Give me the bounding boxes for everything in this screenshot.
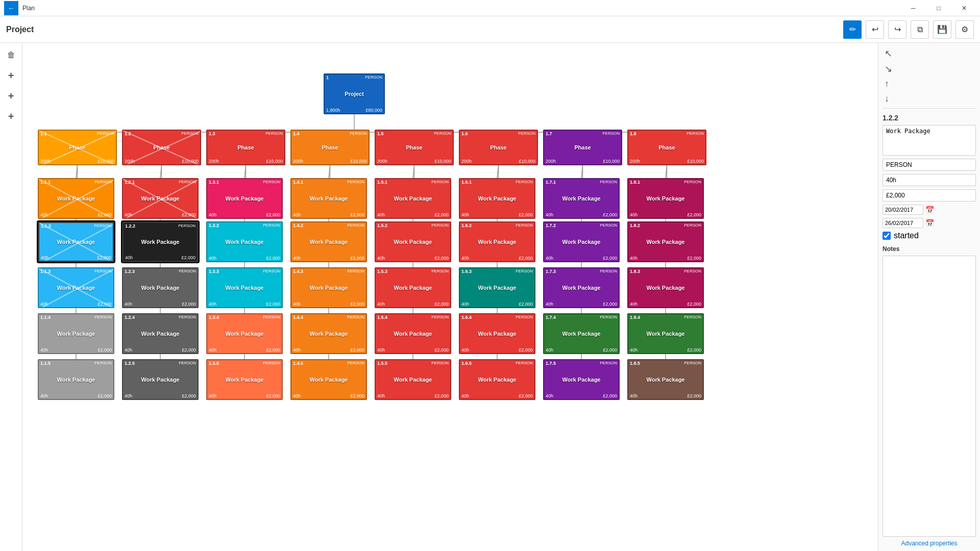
settings-button[interactable]: ⚙: [955, 20, 974, 39]
wbs-node-1-5-3[interactable]: 1.5.3PERSONWork Package40h£2,000: [375, 267, 451, 308]
node-cost-label: £10,000: [603, 159, 620, 164]
node-person-label: PERSON: [347, 315, 364, 320]
minimize-button[interactable]: ─: [901, 0, 925, 16]
wbs-node-1-5-2[interactable]: 1.5.2PERSONWork Package40h£2,000: [375, 221, 451, 262]
wbs-node-1-8-1[interactable]: 1.8.1PERSONWork Package40h£2,000: [627, 178, 704, 219]
start-date-input[interactable]: [883, 205, 923, 215]
node-id-label: 1.7.2: [546, 223, 556, 228]
start-date-calendar-icon[interactable]: 📅: [925, 206, 934, 214]
arrow-down-button[interactable]: ↓: [883, 92, 976, 105]
undo-button[interactable]: ↩: [866, 20, 884, 39]
wbs-node-1-5[interactable]: 1.5PERSONPhase200h£10,000: [375, 130, 454, 165]
cost-field[interactable]: [883, 189, 976, 202]
wbs-node-1-2-3[interactable]: 1.2.3PERSONWork Package40h£2,000: [122, 267, 199, 308]
wbs-node-1-4-3[interactable]: 1.4.3PERSONWork Package40h£2,000: [290, 267, 367, 308]
wbs-node-1-6-1[interactable]: 1.6.1PERSONWork Package40h£2,000: [459, 178, 535, 219]
node-title-label: Work Package: [460, 366, 534, 393]
wbs-node-1-7-1[interactable]: 1.7.1PERSONWork Package40h£2,000: [543, 178, 620, 219]
node-hours-label: 40h: [461, 393, 469, 398]
node-cost-label: £10,000: [97, 159, 114, 164]
node-hours-label: 40h: [293, 347, 301, 353]
wbs-node-1-1-1[interactable]: 1.1.1PERSONWork Package40h£2,000: [38, 178, 114, 219]
end-date-input[interactable]: [883, 218, 923, 228]
node-hours-label: 40h: [40, 347, 48, 353]
arrow-up-button[interactable]: ↑: [883, 78, 976, 90]
end-date-calendar-icon[interactable]: 📅: [925, 219, 934, 227]
wbs-node-1-2-2[interactable]: 1.2.2PERSONWork Package40h£2,000: [122, 221, 199, 262]
node-person-label: PERSON: [347, 180, 364, 185]
node-cost-label: £10,000: [266, 159, 283, 164]
add-vertical-icon[interactable]: +: [3, 88, 19, 104]
wbs-node-1-1-3[interactable]: 1.1.3PERSONWork Package40h£2,000: [38, 267, 114, 308]
wbs-node-1-5-5[interactable]: 1.5.5PERSONWork Package40h£2,000: [375, 359, 451, 400]
wbs-node-1-2-1[interactable]: 1.2.1PERSONWork Package40h£2,000: [122, 178, 199, 219]
wbs-node-1-3-5[interactable]: 1.3.5PERSONWork Package40h£2,000: [206, 359, 283, 400]
add-horizontal-icon[interactable]: +: [3, 67, 19, 84]
wbs-node-1-7-3[interactable]: 1.7.3PERSONWork Package40h£2,000: [543, 267, 620, 308]
node-id-label: 1.2.3: [125, 269, 135, 274]
wbs-node-1-4-4[interactable]: 1.4.4PERSONWork Package40h£2,000: [290, 313, 367, 354]
wbs-node-1-4[interactable]: 1.4PERSONPhase200h£10,000: [290, 130, 370, 165]
wbs-node-1-8-5[interactable]: 1.8.5PERSONWork Package40h£2,000: [627, 359, 704, 400]
wbs-node-1-2[interactable]: 1.2PERSONPhase200h£10,000: [122, 130, 201, 165]
wbs-node-1-4-1[interactable]: 1.4.1PERSONWork Package40h£2,000: [290, 178, 367, 219]
wbs-node-1-6-3[interactable]: 1.6.3PERSONWork Package40h£2,000: [459, 267, 535, 308]
node-cost-label: £2,000: [603, 256, 617, 261]
notes-area[interactable]: [883, 256, 976, 537]
wbs-node-1-8-2[interactable]: 1.8.2PERSONWork Package40h£2,000: [627, 221, 704, 262]
edit-button[interactable]: ✏: [843, 20, 862, 39]
wbs-node-1-3-1[interactable]: 1.3.1PERSONWork Package40h£2,000: [206, 178, 283, 219]
wbs-node-1-5-4[interactable]: 1.5.4PERSONWork Package40h£2,000: [375, 313, 451, 354]
node-id-label: 1.7.1: [546, 180, 556, 185]
wbs-node-1-6-5[interactable]: 1.6.5PERSONWork Package40h£2,000: [459, 359, 535, 400]
wbs-node-1-1-5[interactable]: 1.1.5PERSONWork Package40h£2,000: [38, 359, 114, 400]
back-button[interactable]: ←: [4, 1, 18, 15]
node-person-label: PERSON: [600, 315, 617, 320]
node-title-label: Work Package: [123, 274, 198, 301]
node-cost-label: £2,000: [687, 393, 701, 398]
arrow-up-left-button[interactable]: ↖: [883, 47, 976, 60]
copy-button[interactable]: ⧉: [911, 20, 929, 39]
person-field[interactable]: [883, 159, 976, 171]
wbs-node-1-7-5[interactable]: 1.7.5PERSONWork Package40h£2,000: [543, 359, 620, 400]
wbs-node-1-7[interactable]: 1.7PERSONPhase200h£10,000: [543, 130, 622, 165]
node-hours-label: 40h: [209, 393, 216, 398]
wbs-node-1-7-2[interactable]: 1.7.2PERSONWork Package40h£2,000: [543, 221, 620, 262]
wbs-node-1-4-5[interactable]: 1.4.5PERSONWork Package40h£2,000: [290, 359, 367, 400]
wbs-node-1[interactable]: 1PERSONProject1,800h£80,000: [324, 73, 385, 114]
delete-icon[interactable]: 🗑: [3, 47, 19, 63]
wbs-node-1-8-4[interactable]: 1.8.4PERSONWork Package40h£2,000: [627, 313, 704, 354]
wbs-node-1-1-4[interactable]: 1.1.4PERSONWork Package40h£2,000: [38, 313, 114, 354]
wbs-node-1-3-4[interactable]: 1.3.4PERSONWork Package40h£2,000: [206, 313, 283, 354]
maximize-button[interactable]: □: [927, 0, 950, 16]
wbs-node-1-6[interactable]: 1.6PERSONPhase200h£10,000: [459, 130, 538, 165]
canvas-area[interactable]: 1PERSONProject1,800h£80,0001.1PERSONPhas…: [22, 43, 878, 551]
wbs-node-1-8-3[interactable]: 1.8.3PERSONWork Package40h£2,000: [627, 267, 704, 308]
started-checkbox[interactable]: [883, 232, 891, 240]
wbs-node-1-4-2[interactable]: 1.4.2PERSONWork Package40h£2,000: [290, 221, 367, 262]
hours-field[interactable]: [883, 174, 976, 186]
wbs-node-1-3-3[interactable]: 1.3.3PERSONWork Package40h£2,000: [206, 267, 283, 308]
wbs-node-1-6-4[interactable]: 1.6.4PERSONWork Package40h£2,000: [459, 313, 535, 354]
node-title-label: Work Package: [291, 274, 366, 301]
node-id-label: 1.4.4: [293, 315, 303, 320]
wbs-node-1-3[interactable]: 1.3PERSONPhase200h£10,000: [206, 130, 285, 165]
wbs-node-1-2-4[interactable]: 1.2.4PERSONWork Package40h£2,000: [122, 313, 199, 354]
wbs-node-1-8[interactable]: 1.8PERSONPhase200h£10,000: [627, 130, 706, 165]
redo-button[interactable]: ↪: [888, 20, 906, 39]
advanced-properties-link[interactable]: Advanced properties: [883, 540, 976, 547]
wbs-node-1-5-1[interactable]: 1.5.1PERSONWork Package40h£2,000: [375, 178, 451, 219]
node-type-field[interactable]: Work Package: [883, 125, 976, 156]
arrow-down-right-button[interactable]: ↘: [883, 62, 976, 76]
wbs-node-1-1[interactable]: 1.1PERSONPhase200h£10,000: [38, 130, 117, 165]
node-title-label: Work Package: [123, 320, 198, 347]
wbs-node-1-7-4[interactable]: 1.7.4PERSONWork Package40h£2,000: [543, 313, 620, 354]
wbs-node-1-2-5[interactable]: 1.2.5PERSONWork Package40h£2,000: [122, 359, 199, 400]
wbs-node-1-6-2[interactable]: 1.6.2PERSONWork Package40h£2,000: [459, 221, 535, 262]
app-toolbar: ✏ ↩ ↪ ⧉ 💾 ⚙: [843, 20, 974, 39]
close-button[interactable]: ✕: [952, 0, 976, 16]
save-button[interactable]: 💾: [933, 20, 951, 39]
add-icon[interactable]: +: [3, 108, 19, 124]
wbs-node-1-1-2[interactable]: 1.1.2PERSONWork Package40h£2,000: [38, 221, 114, 262]
wbs-node-1-3-2[interactable]: 1.3.2PERSONWork Package40h£2,000: [206, 221, 283, 262]
